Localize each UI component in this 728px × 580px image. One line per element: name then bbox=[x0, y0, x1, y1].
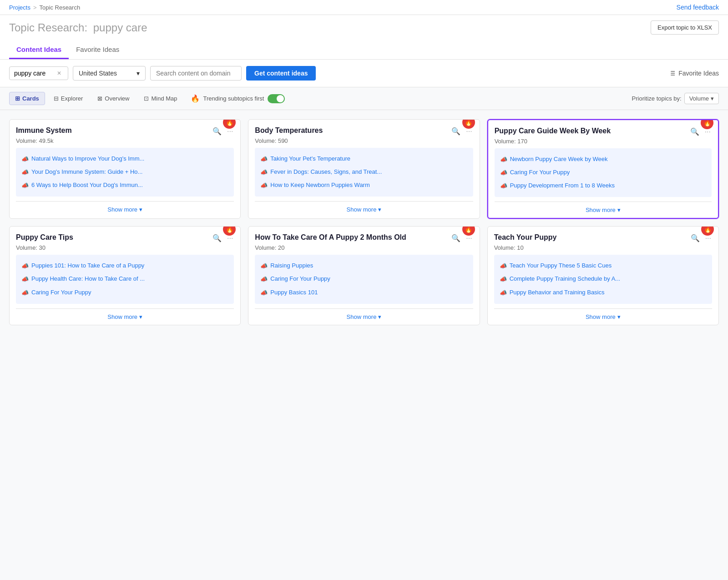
card-header: Puppy Care Tips Volume: 30 🔍 ··· bbox=[10, 227, 240, 255]
card-item-text: Newborn Puppy Care Week by Week bbox=[510, 155, 608, 163]
card-card-4: 🔥 Puppy Care Tips Volume: 30 🔍 ··· 📣 Pup… bbox=[9, 226, 241, 325]
card-content: 📣 Natural Ways to Improve Your Dog's Imm… bbox=[16, 148, 234, 197]
card-item-text: Puppy Health Care: How to Take Care of .… bbox=[31, 275, 145, 283]
card-content: 📣 Puppies 101: How to Take Care of a Pup… bbox=[16, 255, 234, 304]
megaphone-icon: 📣 bbox=[500, 262, 507, 270]
card-title-block: How To Take Care Of A Puppy 2 Months Old… bbox=[255, 233, 450, 251]
breadcrumb: Projects > Topic Research bbox=[9, 4, 80, 11]
overview-view-label: Overview bbox=[105, 95, 129, 102]
mindmap-view-label: Mind Map bbox=[151, 95, 177, 102]
country-selector[interactable]: United States ▾ bbox=[73, 66, 146, 81]
show-more-button[interactable]: Show more ▾ bbox=[488, 202, 718, 218]
card-content: 📣 Taking Your Pet's Temperature 📣 Fever … bbox=[255, 148, 473, 197]
card-search-button[interactable]: 🔍 bbox=[690, 233, 701, 243]
tab-content-ideas[interactable]: Content Ideas bbox=[9, 41, 69, 59]
show-more-button[interactable]: Show more ▾ bbox=[248, 309, 479, 325]
card-item-text: Caring For Your Puppy bbox=[31, 288, 91, 297]
card-card-5: 🔥 How To Take Care Of A Puppy 2 Months O… bbox=[248, 226, 480, 325]
megaphone-icon: 📣 bbox=[21, 182, 29, 190]
card-title: How To Take Care Of A Puppy 2 Months Old bbox=[255, 233, 450, 242]
show-more-button[interactable]: Show more ▾ bbox=[248, 202, 479, 217]
show-more-chevron-icon: ▾ bbox=[617, 313, 621, 320]
megaphone-icon: 📣 bbox=[260, 168, 268, 177]
show-more-button[interactable]: Show more ▾ bbox=[10, 202, 240, 217]
card-title-block: Teach Your Puppy Volume: 10 bbox=[494, 233, 690, 251]
view-mindmap-button[interactable]: ⊡ Mind Map bbox=[138, 92, 183, 105]
page-title-row: Topic Research: puppy care Export topic … bbox=[9, 20, 719, 39]
view-toolbar: ⊞ Cards ⊟ Explorer ⊠ Overview ⊡ Mind Map… bbox=[0, 87, 728, 110]
card-item-text: Fever in Dogs: Causes, Signs, and Treat.… bbox=[270, 168, 382, 176]
card-volume: Volume: 170 bbox=[495, 138, 689, 145]
card-search-button[interactable]: 🔍 bbox=[689, 126, 700, 137]
card-search-button[interactable]: 🔍 bbox=[212, 126, 222, 136]
show-more-button[interactable]: Show more ▾ bbox=[488, 309, 718, 325]
megaphone-icon: 📣 bbox=[21, 155, 29, 163]
card-item: 📣 Caring For Your Puppy bbox=[260, 272, 467, 286]
domain-search-input[interactable] bbox=[150, 66, 242, 81]
card-content: 📣 Newborn Puppy Care Week by Week 📣 Cari… bbox=[495, 148, 712, 197]
card-item: 📣 Puppy Health Care: How to Take Care of… bbox=[21, 272, 228, 286]
card-item: 📣 6 Ways to Help Boost Your Dog's Immun.… bbox=[21, 179, 228, 192]
card-item-text: How to Keep Newborn Puppies Warm bbox=[270, 181, 369, 189]
export-button[interactable]: Export topic to XLSX bbox=[651, 20, 719, 35]
card-card-2: 🔥 Body Temperatures Volume: 590 🔍 ··· 📣 … bbox=[248, 119, 480, 219]
card-search-button[interactable]: 🔍 bbox=[450, 233, 461, 243]
keyword-input[interactable] bbox=[14, 70, 55, 77]
projects-link[interactable]: Projects bbox=[9, 4, 30, 11]
show-more-chevron-icon: ▾ bbox=[139, 313, 142, 320]
top-bar: Projects > Topic Research Send feedback bbox=[0, 0, 728, 15]
megaphone-icon: 📣 bbox=[500, 156, 507, 164]
megaphone-icon: 📣 bbox=[260, 275, 268, 283]
volume-value: Volume bbox=[689, 95, 709, 102]
favorite-ideas-link[interactable]: Favorite Ideas bbox=[668, 70, 719, 77]
megaphone-icon: 📣 bbox=[21, 168, 29, 177]
fav-ideas-label: Favorite Ideas bbox=[678, 70, 719, 77]
card-search-button[interactable]: 🔍 bbox=[450, 126, 461, 136]
card-item: 📣 Teach Your Puppy These 5 Basic Cues bbox=[500, 259, 707, 272]
get-content-ideas-button[interactable]: Get content ideas bbox=[246, 66, 316, 81]
card-header: Teach Your Puppy Volume: 10 🔍 ··· bbox=[488, 227, 718, 255]
card-item-text: Puppy Development From 1 to 8 Weeks bbox=[510, 182, 615, 190]
breadcrumb-separator: > bbox=[33, 4, 37, 11]
card-title: Puppy Care Guide Week By Week bbox=[495, 126, 689, 136]
card-header: Body Temperatures Volume: 590 🔍 ··· bbox=[248, 120, 479, 148]
view-cards-button[interactable]: ⊞ Cards bbox=[9, 92, 45, 105]
clear-keyword-button[interactable]: ✕ bbox=[57, 70, 61, 76]
trending-toggle-switch[interactable] bbox=[268, 94, 285, 103]
volume-chevron-icon: ▾ bbox=[711, 95, 714, 102]
card-card-3: 🔥 Puppy Care Guide Week By Week Volume: … bbox=[487, 119, 719, 219]
card-item: 📣 Puppy Basics 101 bbox=[260, 286, 467, 299]
card-volume: Volume: 590 bbox=[255, 137, 450, 144]
prioritize-group: Prioritize topics by: Volume ▾ bbox=[632, 93, 719, 104]
card-header: Puppy Care Guide Week By Week Volume: 17… bbox=[488, 120, 718, 148]
breadcrumb-current: Topic Research bbox=[40, 4, 81, 11]
megaphone-icon: 📣 bbox=[260, 182, 268, 190]
megaphone-icon: 📣 bbox=[500, 169, 507, 177]
card-content: 📣 Raising Puppies 📣 Caring For Your Pupp… bbox=[255, 255, 473, 304]
send-feedback-link[interactable]: Send feedback bbox=[677, 4, 719, 11]
card-item: 📣 Puppy Development From 1 to 8 Weeks bbox=[500, 179, 706, 192]
trending-label: Trending subtopics first bbox=[203, 95, 264, 102]
view-overview-button[interactable]: ⊠ Overview bbox=[91, 92, 135, 105]
card-item: 📣 Caring For Your Puppy bbox=[500, 166, 706, 179]
card-item: 📣 Newborn Puppy Care Week by Week bbox=[500, 153, 706, 166]
tab-favorite-ideas[interactable]: Favorite Ideas bbox=[69, 41, 126, 59]
trending-flame-icon: 🔥 bbox=[191, 94, 200, 103]
megaphone-icon: 📣 bbox=[260, 262, 268, 270]
card-volume: Volume: 10 bbox=[494, 244, 690, 251]
card-volume: Volume: 30 bbox=[16, 244, 212, 251]
card-search-button[interactable]: 🔍 bbox=[212, 233, 222, 243]
view-explorer-button[interactable]: ⊟ Explorer bbox=[48, 92, 89, 105]
megaphone-icon: 📣 bbox=[21, 262, 29, 270]
card-title: Immune System bbox=[16, 126, 212, 136]
card-item: 📣 Caring For Your Puppy bbox=[21, 286, 228, 299]
volume-selector[interactable]: Volume ▾ bbox=[684, 93, 719, 104]
card-content: 📣 Teach Your Puppy These 5 Basic Cues 📣 … bbox=[494, 255, 712, 304]
cards-view-label: Cards bbox=[22, 95, 39, 102]
card-title: Teach Your Puppy bbox=[494, 233, 690, 242]
card-item: 📣 How to Keep Newborn Puppies Warm bbox=[260, 179, 467, 192]
show-more-button[interactable]: Show more ▾ bbox=[10, 309, 240, 325]
card-title-block: Puppy Care Tips Volume: 30 bbox=[16, 233, 212, 251]
card-item: 📣 Raising Puppies bbox=[260, 259, 467, 272]
show-more-chevron-icon: ▾ bbox=[139, 206, 142, 213]
